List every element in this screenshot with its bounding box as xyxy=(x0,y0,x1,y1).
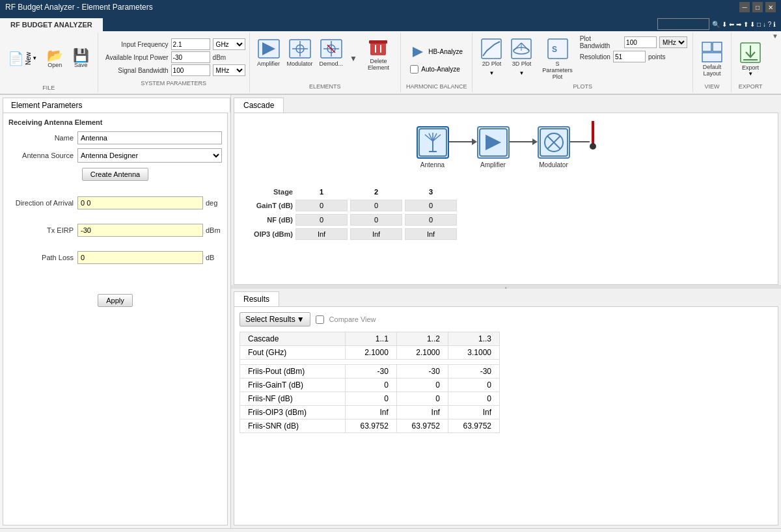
antenna-element[interactable]: Antenna xyxy=(417,126,449,168)
2d-plot-dropdown-icon: ▼ xyxy=(489,70,495,76)
results-tab-label: Results xyxy=(243,295,269,304)
path-loss-input[interactable] xyxy=(77,251,203,264)
results-tab[interactable]: Results xyxy=(234,291,279,306)
new-dropdown-icon: ▼ xyxy=(32,55,37,61)
friis-snr-v3: 63.9752 xyxy=(448,419,499,433)
element-parameters-tab[interactable]: Element Parameters xyxy=(3,98,230,113)
amplifier-diagram-icon[interactable] xyxy=(477,126,510,159)
section-title: Receiving Antenna Element xyxy=(8,118,222,126)
friis-nf-v2: 0 xyxy=(396,392,448,406)
modulator-diagram-icon[interactable] xyxy=(538,126,570,159)
delete-element-button[interactable]: DeleteElement xyxy=(362,35,395,73)
save-button[interactable]: 💾 Save xyxy=(69,47,92,70)
input-frequency-input[interactable] xyxy=(171,38,210,50)
friis-snr-v1: 63.9752 xyxy=(345,419,396,433)
bandwidth-input[interactable] xyxy=(624,36,657,48)
new-icon: 📄 xyxy=(8,52,24,65)
export-button[interactable]: Export ▼ xyxy=(737,39,764,79)
s-parameters-label: S ParametersPlot xyxy=(540,60,575,80)
tx-eirp-input[interactable] xyxy=(77,224,203,237)
open-button[interactable]: 📂 Open xyxy=(43,47,66,70)
available-input-power-unit: dBm xyxy=(213,54,232,61)
col1-header: 1..1 xyxy=(345,332,396,346)
resolution-input[interactable] xyxy=(613,51,646,62)
fout-v1: 2.1000 xyxy=(345,346,396,360)
oip3-col3: Inf xyxy=(405,228,457,240)
signal-bandwidth-unit[interactable]: MHzGHz xyxy=(213,64,245,76)
name-input[interactable] xyxy=(77,131,222,144)
antenna-source-label: Antenna Source xyxy=(8,152,74,159)
modulator-icon xyxy=(288,37,312,60)
oip3-col2: Inf xyxy=(350,228,402,240)
3d-plot-label: 3D Plot xyxy=(512,60,532,67)
compare-view-checkbox[interactable] xyxy=(316,315,324,324)
maximize-button[interactable]: □ xyxy=(752,2,763,12)
friis-nf-v3: 0 xyxy=(448,392,499,406)
elements-more-button[interactable]: ▼ xyxy=(348,52,359,65)
modulator-element[interactable]: Modulator xyxy=(538,126,570,168)
svg-rect-25 xyxy=(713,42,722,51)
view-group-label: VIEW xyxy=(705,83,720,90)
2d-plot-button[interactable]: 2D Plot xyxy=(478,35,505,69)
fout-label: Fout (GHz) xyxy=(240,346,346,360)
stage-1-header: 1 xyxy=(295,187,348,197)
cascade-tab-label: Cascade xyxy=(243,101,274,110)
auto-analyze-checkbox[interactable] xyxy=(410,65,418,73)
diagram-container: Antenna Amplifier xyxy=(234,113,778,181)
ribbon-search-input[interactable] xyxy=(657,18,709,30)
resize-handle[interactable]: ▪ xyxy=(231,285,781,289)
resolution-row: Resolution points xyxy=(580,51,687,62)
modulator-label: Modulator xyxy=(287,60,313,67)
direction-of-arrival-label: Direction of Arrival xyxy=(8,199,74,207)
plot-buttons-col: 2D Plot ▼ xyxy=(478,35,505,76)
select-results-button[interactable]: Select Results ▼ xyxy=(240,312,310,326)
friis-pout-label: Friis-Pout (dBm) xyxy=(240,365,346,379)
hb-analyze-icon xyxy=(410,44,426,60)
apply-button[interactable]: Apply xyxy=(98,294,133,307)
arrow-line-1 xyxy=(449,141,472,142)
antenna-source-select[interactable]: Antenna Designer xyxy=(77,148,222,163)
separator-row xyxy=(240,360,500,365)
oip3-col1: Inf xyxy=(295,228,348,240)
status-bar: Click 'Apply' or hit 'Enter' to update A… xyxy=(0,528,781,532)
oip3-label: OIP3 (dBm) xyxy=(247,230,293,238)
3d-plot-button[interactable]: 3D Plot xyxy=(508,35,535,69)
direction-of-arrival-row: Direction of Arrival deg xyxy=(8,196,222,209)
search-icons: 🔍 ⬇ ⬅ ➡ ⬆ ⬇ □ ↓ ? ℹ xyxy=(712,21,776,28)
cascade-tab[interactable]: Cascade xyxy=(234,98,284,113)
auto-analyze-button[interactable]: Auto-Analyze xyxy=(407,63,466,75)
antenna-source-row: Antenna Source Antenna Designer xyxy=(8,148,222,163)
plots-content: 2D Plot ▼ xyxy=(478,35,687,82)
input-frequency-unit[interactable]: GHzMHz xyxy=(213,38,245,50)
window-controls: ─ □ ✕ xyxy=(739,2,776,12)
modulator-button[interactable]: Modulator xyxy=(285,35,315,69)
minimize-button[interactable]: ─ xyxy=(739,2,750,12)
available-input-power-input[interactable] xyxy=(171,51,210,63)
save-label: Save xyxy=(74,62,88,68)
s-parameters-plot-button[interactable]: S S ParametersPlot xyxy=(538,35,577,82)
new-button[interactable]: 📄 New ▼ xyxy=(5,50,40,67)
amplifier-button[interactable]: Amplifier xyxy=(255,35,282,69)
signal-bandwidth-label: Signal Bandwidth xyxy=(103,67,169,74)
elements-content: Amplifier Modulator xyxy=(255,35,395,82)
signal-bandwidth-input[interactable] xyxy=(171,64,210,76)
save-icon: 💾 xyxy=(73,49,89,62)
tx-eirp-row: Tx EIRP dBm xyxy=(8,224,222,237)
bandwidth-row: Plot Bandwidth MHzGHz xyxy=(580,35,687,49)
elements-group: Amplifier Modulator xyxy=(250,33,401,92)
antenna-diagram-icon[interactable] xyxy=(417,126,449,159)
cascade-tab-bar: Cascade xyxy=(234,98,781,113)
ribbon-app-title[interactable]: RF BUDGET ANALYZER xyxy=(0,18,103,31)
direction-of-arrival-input[interactable] xyxy=(77,196,203,209)
bandwidth-unit[interactable]: MHzGHz xyxy=(659,36,687,48)
2d-plot-label: 2D Plot xyxy=(482,60,502,67)
demodulator-button[interactable]: Demod... xyxy=(318,35,346,69)
create-antenna-button[interactable]: Create Antenna xyxy=(82,168,148,181)
default-layout-button[interactable]: DefaultLayout xyxy=(698,38,726,79)
close-button[interactable]: ✕ xyxy=(765,2,776,12)
nf-col1: 0 xyxy=(295,214,348,226)
amplifier-element[interactable]: Amplifier xyxy=(477,126,510,168)
hb-analyze-button[interactable]: HB-Analyze xyxy=(407,42,466,62)
friis-pout-v2: -30 xyxy=(396,365,448,379)
sys-params-group: Input Frequency GHzMHz Available Input P… xyxy=(98,33,250,92)
